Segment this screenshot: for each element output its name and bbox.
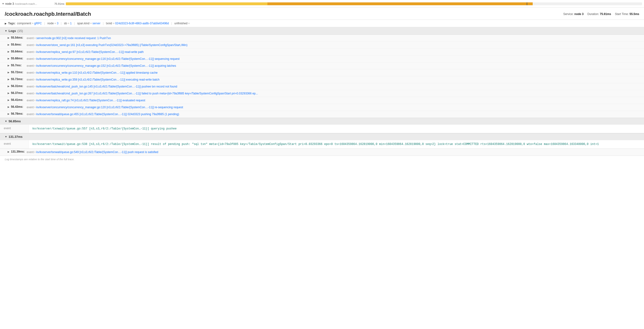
- log-expand-icon: ▶: [8, 64, 10, 67]
- log-row[interactable]: ▶ 56.37ms: event=kv/kvserver/batcheval/c…: [0, 90, 644, 97]
- tag-sb: sb = 1: [64, 22, 72, 25]
- expanded-log-header-1[interactable]: ▼ 56.85ms: [0, 118, 644, 124]
- starttime-value: 55.5ms: [630, 12, 639, 16]
- log-expand-icon: ▶: [8, 112, 10, 115]
- tag-unfinished: unfinished =: [174, 22, 190, 25]
- span-meta-duration: Duration: 75.91ms: [588, 12, 611, 16]
- span-meta: Service: node 3 Duration: 75.91ms Start …: [563, 12, 639, 16]
- log-expand-icon: ▶: [8, 92, 10, 94]
- log-row[interactable]: ▶ 56.43ms: event=kv/kvserver/concurrency…: [0, 104, 644, 111]
- chevron-down-icon: ▼: [2, 2, 4, 5]
- tags-label: Tags:: [8, 22, 16, 25]
- log-row[interactable]: ▶ 55.68ms: event=kv/kvserver/concurrency…: [0, 56, 644, 62]
- log-expand-icon: ▶: [8, 50, 10, 53]
- log-expand-icon: ▶: [8, 57, 10, 60]
- log-row[interactable]: ▶ 56.31ms: event=kv/kvserver/batcheval/c…: [0, 83, 644, 90]
- log-expand-icon: ▶: [8, 106, 10, 108]
- expanded-log-key-2: event: [0, 140, 28, 148]
- expanded-collapse-icon: ▼: [5, 120, 7, 122]
- expanded-log-val-1: kv/kvserver/txnwait/queue.go:557 [n3,s3,…: [28, 125, 180, 133]
- expanded-log-block-2: ▼ 131.37ms event kv/kvserver/txnwait/que…: [0, 133, 644, 149]
- log-expand-icon: ▶: [8, 85, 10, 88]
- log-row[interactable]: ▶ 56.78ms: event=kv/kvserver/txnwait/que…: [0, 111, 644, 118]
- service-value: node 3: [574, 12, 584, 16]
- log-expand-icon: ▶: [8, 150, 10, 153]
- expanded-log-time-1: 56.85ms: [8, 120, 21, 123]
- expanded-log-time-2: 131.37ms: [8, 135, 23, 138]
- span-meta-service: Service: node 3: [563, 12, 584, 16]
- tag-spankind: span.kind = server: [77, 22, 100, 25]
- top-bar: ▼ node 3 /cockroach.roach... 75.91ms: [0, 0, 644, 8]
- log-row[interactable]: ▶ 55.7ms: event=kv/kvserver/concurrency/…: [0, 62, 644, 70]
- expanded-log-row-1: event kv/kvserver/txnwait/queue.go:557 […: [0, 124, 644, 133]
- span-header: /cockroach.roachpb.Internal/Batch Servic…: [0, 8, 644, 20]
- top-bar-node[interactable]: ▼ node 3 /cockroach.roach...: [2, 2, 54, 6]
- tag-node: node = 3: [48, 22, 58, 25]
- logs-title: Logs: [8, 29, 16, 33]
- log-expand-icon: ▶: [8, 78, 10, 80]
- tag-txnid: txnid = 024d3323-6c8f-4863-aa8b-37ab0e63…: [106, 22, 169, 25]
- log-row[interactable]: ▶ 55.64ms: event=kv/kvserver/replica_sen…: [0, 49, 644, 56]
- node-path: /cockroach.roach...: [15, 2, 37, 5]
- log-expand-icon: ▶: [8, 36, 10, 39]
- span-title: /cockroach.roachpb.Internal/Batch: [5, 11, 91, 17]
- timeline-duration-label: 75.91ms: [54, 2, 64, 5]
- duration-value: 75.91ms: [600, 12, 611, 16]
- expanded-log-block-1: ▼ 56.85ms event kv/kvserver/txnwait/queu…: [0, 118, 644, 133]
- expanded-log-table-2: event kv/kvserver/txnwait/queue.go:538 […: [0, 140, 644, 148]
- log-row-last[interactable]: ▶ 131.39ms: event=kv/kvserver/txnwait/qu…: [0, 149, 644, 156]
- log-expand-icon: ▶: [8, 71, 10, 74]
- logs-collapse-icon: ▼: [5, 30, 7, 32]
- expanded-collapse-icon-2: ▼: [5, 136, 7, 138]
- logs-header[interactable]: ▼ Logs (15): [0, 27, 644, 35]
- expanded-log-header-2[interactable]: ▼ 131.37ms: [0, 134, 644, 140]
- tags-expand-icon[interactable]: ▶: [5, 22, 7, 25]
- logs-count: (15): [18, 29, 23, 33]
- timeline-fill-yellow: [66, 2, 268, 5]
- timeline-fill-orange: [268, 2, 532, 5]
- tag-component: component = gRPC: [17, 22, 42, 25]
- main-content: /cockroach.roachpb.Internal/Batch Servic…: [0, 8, 644, 162]
- tags-row: ▶ Tags: component = gRPC | node = 3 | sb…: [0, 20, 644, 27]
- log-row[interactable]: ▶ 55.72ms: event=kv/kvserver/replica_wri…: [0, 70, 644, 76]
- log-expand-icon: ▶: [8, 99, 10, 101]
- expanded-log-row-2: event kv/kvserver/txnwait/queue.go:538 […: [0, 140, 644, 148]
- expanded-log-val-2: kv/kvserver/txnwait/queue.go:538 [n3,s3,…: [28, 140, 602, 148]
- log-row[interactable]: ▶ 55.6ms: event=kv/kvserver/store_send.g…: [0, 42, 644, 49]
- span-meta-starttime: Start Time: 55.5ms: [615, 12, 639, 16]
- log-row[interactable]: ▶ 56.41ms: event=kv/kvserver/replica_raf…: [0, 97, 644, 104]
- bottom-note: Log timestamps are relative to the start…: [0, 156, 644, 162]
- node-label: node 3: [5, 2, 14, 6]
- logs-section: ▼ Logs (15) ▶ 55.54ms: event=server/node…: [0, 27, 644, 156]
- expanded-log-table-1: event kv/kvserver/txnwait/queue.go:557 […: [0, 124, 644, 133]
- timeline-tick: [527, 2, 527, 5]
- log-expand-icon: ▶: [8, 44, 10, 46]
- log-row[interactable]: ▶ 55.73ms: event=kv/kvserver/replica_wri…: [0, 76, 644, 83]
- log-row[interactable]: ▶ 55.54ms: event=server/node.go:902 [n3]…: [0, 35, 644, 42]
- expanded-log-key-1: event: [0, 125, 28, 133]
- timeline-track: [66, 2, 642, 5]
- timeline-bar: 75.91ms: [54, 0, 642, 8]
